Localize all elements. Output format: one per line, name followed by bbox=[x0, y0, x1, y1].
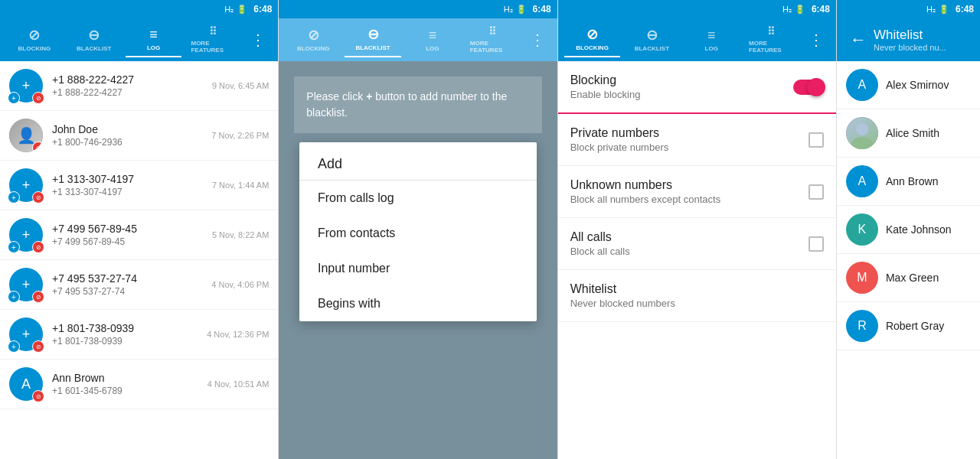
add-badge-5: + bbox=[8, 291, 20, 303]
battery-icon-4: 🔋 bbox=[939, 5, 949, 15]
call-number-7: Ann Brown bbox=[52, 372, 207, 384]
setting-private-sub: Block private numbers bbox=[570, 142, 808, 153]
whitelist-item-kate[interactable]: K Kate Johnson bbox=[837, 206, 980, 254]
setting-unknown-title: Unknown numbers bbox=[570, 178, 808, 192]
panel-blocking: H₂ 🔋 6:48 ⊘ BLOCKING ⊖ BLACKLIST ≡ LOG ⠿… bbox=[558, 0, 837, 459]
whitelist-item-robert[interactable]: R Robert Gray bbox=[837, 302, 980, 350]
toolbar-1: ⊘ BLOCKING ⊖ BLACKLIST ≡ LOG ⠿ MORE FEAT… bbox=[0, 18, 278, 61]
panel2-main: Please click + button to add number to t… bbox=[279, 61, 557, 459]
tab-blocking-label-1: BLOCKING bbox=[18, 45, 51, 52]
call-item-2[interactable]: 👤 ⊘ John Doe +1 800-746-2936 7 Nov, 2:26… bbox=[0, 111, 278, 161]
tab-more-3[interactable]: ⠿ MORE FEATURES bbox=[743, 21, 799, 58]
call-item-6[interactable]: + ⊘ + +1 801-738-0939 +1 801-738-0939 4 … bbox=[0, 310, 278, 360]
tab-log-2[interactable]: ≡ LOG bbox=[404, 24, 461, 57]
avatar-letter-alex: A bbox=[858, 78, 867, 92]
block-badge-6: ⊘ bbox=[32, 340, 44, 353]
setting-blocking-sub: Enable blocking bbox=[570, 89, 793, 100]
signal-icon: H₂ bbox=[224, 5, 234, 15]
overflow-menu-1[interactable]: ⋮ bbox=[244, 24, 272, 55]
panel-whitelist: H₂ 🔋 6:48 ← Whitelist Never blocked nu..… bbox=[837, 0, 980, 459]
block-badge-7: ⊘ bbox=[32, 390, 44, 402]
call-sub-2: +1 800-746-2936 bbox=[52, 137, 211, 148]
block-badge-3: ⊘ bbox=[32, 191, 44, 203]
avatar-letter-1: + bbox=[22, 78, 31, 94]
dropdown-from-calls[interactable]: From calls log bbox=[299, 181, 537, 216]
status-bar-4: H₂ 🔋 6:48 bbox=[837, 0, 980, 18]
tab-blacklist-1[interactable]: ⊖ BLACKLIST bbox=[66, 24, 122, 57]
more-icon-2: ⠿ bbox=[488, 26, 496, 37]
dropdown-from-contacts[interactable]: From contacts bbox=[299, 216, 537, 251]
tab-blocking-2[interactable]: ⊘ BLOCKING bbox=[285, 24, 341, 57]
status-bar-3: H₂ 🔋 6:48 bbox=[558, 0, 836, 18]
battery-icon-3: 🔋 bbox=[795, 5, 805, 15]
tab-blacklist-3[interactable]: ⊖ BLACKLIST bbox=[623, 24, 680, 57]
dropdown-input-number[interactable]: Input number bbox=[299, 251, 537, 286]
tab-more-1[interactable]: ⠿ MORE FEATURES bbox=[185, 21, 241, 58]
overflow-menu-2[interactable]: ⋮ bbox=[524, 24, 551, 55]
blacklist-icon-3: ⊖ bbox=[646, 28, 658, 42]
avatar-1: + ⊘ + bbox=[9, 69, 43, 103]
whitelist-item-ann[interactable]: A Ann Brown bbox=[837, 158, 980, 206]
whitelist-item-max[interactable]: M Max Green bbox=[837, 254, 980, 302]
call-sub-6: +1 801-738-0939 bbox=[52, 336, 207, 347]
call-item-1[interactable]: + ⊘ + +1 888-222-4227 +1 888-222-4227 9 … bbox=[0, 61, 278, 111]
call-info-7: Ann Brown +1 601-345-6789 bbox=[52, 372, 207, 396]
dropdown-begins-with[interactable]: Begins with bbox=[299, 286, 537, 321]
setting-whitelist-text: Whitelist Never blocked numbers bbox=[570, 282, 824, 309]
avatar-ann: A bbox=[846, 165, 878, 197]
setting-blocking-title: Blocking bbox=[570, 73, 793, 87]
back-button[interactable]: ← bbox=[843, 24, 874, 55]
toolbar-3: ⊘ BLOCKING ⊖ BLACKLIST ≡ LOG ⠿ MORE FEAT… bbox=[558, 18, 836, 61]
signal-icon-4: H₂ bbox=[926, 5, 936, 15]
avatar-3: + ⊘ + bbox=[9, 168, 43, 202]
time-4: 6:48 bbox=[956, 4, 974, 15]
status-bar-1: H₂ 🔋 6:48 bbox=[0, 0, 278, 18]
tab-blocking-1[interactable]: ⊘ BLOCKING bbox=[6, 24, 63, 57]
overflow-menu-3[interactable]: ⋮ bbox=[802, 24, 830, 55]
call-time-7: 4 Nov, 10:51 AM bbox=[207, 379, 270, 389]
call-list: + ⊘ + +1 888-222-4227 +1 888-222-4227 9 … bbox=[0, 61, 278, 459]
call-item-7[interactable]: A ⊘ Ann Brown +1 601-345-6789 4 Nov, 10:… bbox=[0, 360, 278, 409]
call-info-2: John Doe +1 800-746-2936 bbox=[52, 123, 211, 148]
avatar-letter-4: + bbox=[22, 227, 31, 243]
more-icon-3: ⠿ bbox=[767, 26, 775, 37]
tab-blacklist-label-1: BLACKLIST bbox=[77, 45, 111, 52]
tab-log-3[interactable]: ≡ LOG bbox=[683, 24, 740, 57]
private-checkbox[interactable] bbox=[808, 132, 824, 148]
tab-more-2[interactable]: ⠿ MORE FEATURES bbox=[464, 21, 521, 58]
tab-blocking-3[interactable]: ⊘ BLOCKING bbox=[564, 23, 621, 57]
tab-log-1[interactable]: ≡ LOG bbox=[126, 23, 182, 57]
block-badge-1: ⊘ bbox=[32, 92, 44, 104]
avatar-2: 👤 ⊘ bbox=[9, 119, 43, 152]
call-item-4[interactable]: + ⊘ + +7 499 567-89-45 +7 499 567-89-45 … bbox=[0, 210, 278, 260]
whitelist-item-alice[interactable]: Alice Smith bbox=[837, 109, 980, 158]
signal-icon-3: H₂ bbox=[782, 5, 792, 15]
setting-blocking[interactable]: Blocking Enable blocking bbox=[558, 61, 836, 114]
setting-unknown[interactable]: Unknown numbers Block all numbers except… bbox=[558, 166, 836, 218]
whitelist-item-alex[interactable]: A Alex Smirnov bbox=[837, 61, 980, 109]
setting-private-text: Private numbers Block private numbers bbox=[570, 126, 808, 153]
setting-allcalls[interactable]: All calls Block all calls bbox=[558, 218, 836, 270]
unknown-checkbox[interactable] bbox=[808, 184, 824, 200]
panel-call-log: H₂ 🔋 6:48 ⊘ BLOCKING ⊖ BLACKLIST ≡ LOG ⠿… bbox=[0, 0, 279, 459]
call-item-5[interactable]: + ⊘ + +7 495 537-27-74 +7 495 537-27-74 … bbox=[0, 260, 278, 310]
avatar-max: M bbox=[846, 262, 878, 294]
call-sub-3: +1 313-307-4197 bbox=[52, 187, 212, 197]
contact-name-alice: Alice Smith bbox=[886, 127, 939, 139]
blocking-toggle[interactable] bbox=[793, 80, 824, 95]
log-icon-1: ≡ bbox=[149, 28, 158, 41]
call-time-5: 4 Nov, 4:06 PM bbox=[211, 280, 269, 289]
setting-whitelist[interactable]: Whitelist Never blocked numbers bbox=[558, 270, 836, 322]
setting-private[interactable]: Private numbers Block private numbers bbox=[558, 114, 836, 166]
back-icon: ← bbox=[850, 30, 867, 50]
contact-name-ann: Ann Brown bbox=[886, 175, 938, 187]
block-badge-2: ⊘ bbox=[32, 142, 43, 152]
tab-blacklist-2[interactable]: ⊖ BLACKLIST bbox=[345, 23, 401, 57]
blocking-icon-2: ⊘ bbox=[308, 28, 319, 42]
call-info-6: +1 801-738-0939 +1 801-738-0939 bbox=[52, 322, 207, 347]
allcalls-checkbox[interactable] bbox=[808, 236, 824, 252]
time-2: 6:48 bbox=[533, 4, 551, 15]
tab-more-label-1: MORE FEATURES bbox=[191, 40, 235, 54]
tab-blocking-label-3: BLOCKING bbox=[576, 44, 609, 51]
call-item-3[interactable]: + ⊘ + +1 313-307-4197 +1 313-307-4197 7 … bbox=[0, 161, 278, 210]
